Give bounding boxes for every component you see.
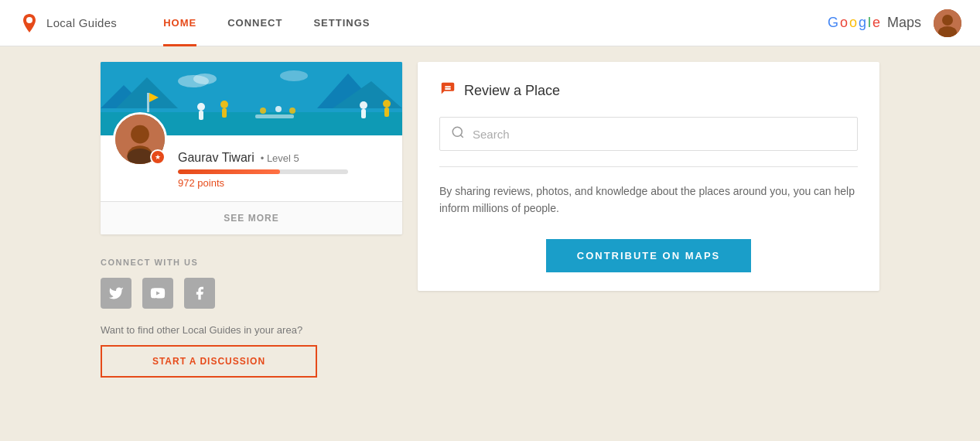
- profile-card: ★ Gaurav Tiwari • Level 5 972 points SEE…: [101, 62, 402, 234]
- avatar-svg: [934, 9, 961, 37]
- connect-title: CONNECT WITH US: [101, 258, 402, 267]
- profile-info: ★ Gaurav Tiwari • Level 5 972 points: [101, 135, 402, 201]
- points-bar-fill: [178, 169, 280, 174]
- svg-point-0: [26, 17, 32, 23]
- profile-badge: ★: [150, 149, 166, 165]
- search-icon: [451, 125, 465, 142]
- svg-rect-25: [147, 93, 149, 112]
- svg-point-22: [260, 108, 266, 114]
- svg-point-15: [220, 101, 228, 108]
- svg-point-24: [289, 108, 295, 114]
- review-card: Review a Place By sharing reviews, photo…: [418, 62, 879, 291]
- svg-point-31: [452, 127, 462, 136]
- review-title: Review a Place: [464, 83, 560, 99]
- review-description: By sharing reviews, photos, and knowledg…: [439, 183, 858, 217]
- svg-rect-21: [255, 115, 294, 118]
- search-input[interactable]: [473, 128, 846, 141]
- svg-point-30: [128, 149, 153, 166]
- avatar-image: [934, 9, 961, 37]
- svg-rect-14: [199, 111, 203, 120]
- right-panel: Review a Place By sharing reviews, photo…: [418, 62, 879, 378]
- discussion-text: Want to find other Local Guides in your …: [101, 324, 402, 336]
- local-guides-pin-icon: [19, 12, 40, 34]
- logo-text: Local Guides: [46, 16, 117, 29]
- svg-point-13: [197, 103, 205, 111]
- logo-area[interactable]: Local Guides: [19, 12, 117, 34]
- left-panel: ★ Gaurav Tiwari • Level 5 972 points SEE…: [101, 62, 402, 378]
- svg-point-11: [280, 70, 308, 81]
- google-maps-logo: Google Maps: [828, 15, 921, 31]
- youtube-icon[interactable]: [142, 278, 173, 309]
- svg-point-23: [275, 106, 282, 112]
- review-place-icon: [439, 80, 456, 101]
- twitter-icon[interactable]: [101, 278, 131, 309]
- see-more-button[interactable]: SEE MORE: [101, 201, 402, 234]
- svg-point-28: [131, 125, 149, 144]
- contribute-on-maps-button[interactable]: CONTRIBUTE ON MAPS: [546, 239, 752, 272]
- nav-connect[interactable]: CONNECT: [212, 0, 298, 46]
- main-header: Local Guides HOME CONNECT SETTINGS Googl…: [0, 0, 980, 46]
- svg-point-10: [193, 74, 217, 84]
- main-content: ★ Gaurav Tiwari • Level 5 972 points SEE…: [0, 46, 980, 393]
- svg-rect-16: [222, 108, 227, 118]
- discussion-section: Want to find other Local Guides in your …: [101, 324, 402, 378]
- review-header: Review a Place: [439, 80, 858, 101]
- social-icons: [101, 278, 402, 309]
- svg-point-17: [360, 101, 367, 109]
- nav-settings[interactable]: SETTINGS: [298, 0, 385, 46]
- svg-point-19: [383, 100, 391, 108]
- svg-rect-18: [361, 109, 366, 118]
- profile-avatar-wrap: ★: [113, 112, 167, 166]
- divider: [439, 166, 858, 167]
- search-box[interactable]: [439, 117, 858, 151]
- points-text: 972 points: [178, 177, 390, 189]
- nav-home[interactable]: HOME: [148, 0, 212, 46]
- points-bar-wrap: 972 points: [178, 169, 390, 189]
- profile-name: Gaurav Tiwari: [178, 151, 254, 165]
- facebook-icon[interactable]: [184, 278, 215, 309]
- points-bar: [178, 169, 348, 174]
- start-discussion-button[interactable]: START A DISCUSSION: [101, 345, 317, 378]
- profile-level: • Level 5: [261, 152, 299, 164]
- svg-line-32: [460, 135, 463, 137]
- svg-point-2: [942, 15, 953, 26]
- user-avatar[interactable]: [934, 9, 961, 37]
- header-right: Google Maps: [828, 9, 961, 37]
- connect-section: CONNECT WITH US: [101, 258, 402, 309]
- svg-rect-20: [384, 108, 389, 117]
- main-nav: HOME CONNECT SETTINGS: [148, 0, 828, 46]
